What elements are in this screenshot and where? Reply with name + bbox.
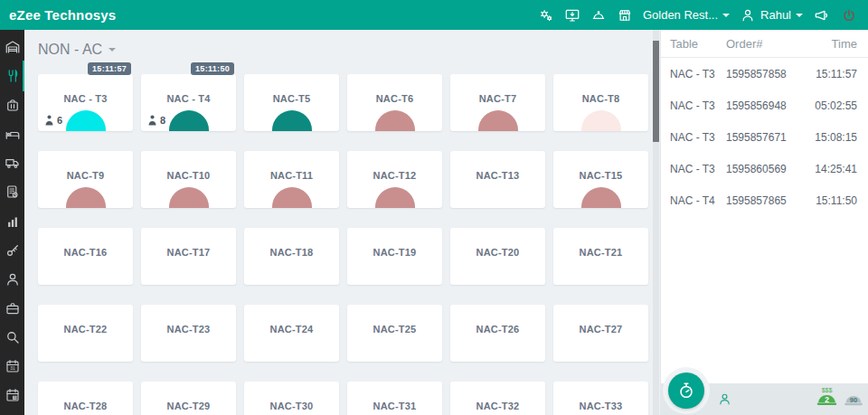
- user-menu[interactable]: Rahul: [740, 7, 803, 24]
- table-card[interactable]: NAC-T26: [450, 305, 545, 362]
- order-row-time: 14:25:41: [801, 163, 857, 175]
- orders-col-table: Table: [670, 37, 726, 51]
- table-card[interactable]: NAC-T32: [450, 382, 545, 415]
- storefront-icon[interactable]: [617, 7, 633, 24]
- table-card[interactable]: NAC-T13: [450, 151, 545, 208]
- dine-in-cutlery-icon: [5, 68, 21, 84]
- table-card[interactable]: NAC-T6: [347, 74, 442, 131]
- table-card-guests: 8: [147, 115, 165, 126]
- table-card[interactable]: 15:11:50 NAC - T4 8: [141, 74, 236, 131]
- table-card-title: NAC-T11: [244, 151, 339, 181]
- order-row-number: 1595857671: [726, 131, 801, 144]
- table-card[interactable]: NAC-T5: [244, 74, 339, 131]
- order-report-icon: [5, 184, 21, 200]
- sidebar-item-takeaway[interactable]: [0, 96, 24, 114]
- sidebar-item-calendar-alt[interactable]: 31: [0, 386, 24, 404]
- table-card-title: NAC-T26: [450, 305, 545, 335]
- table-card[interactable]: 15:11:57 NAC - T3 6: [38, 74, 133, 131]
- table-card[interactable]: NAC-T17: [141, 228, 236, 285]
- table-card-title: NAC-T12: [347, 151, 442, 181]
- order-row[interactable]: NAC - T3 1595857671 15:08:15: [661, 121, 868, 153]
- outlet-selector[interactable]: Golden Rest...: [643, 8, 730, 22]
- sidebar-item-expenses[interactable]: [0, 299, 24, 317]
- table-card[interactable]: NAC-T7: [450, 74, 545, 131]
- sidebar-item-home[interactable]: [0, 38, 24, 56]
- sidebar-item-customers[interactable]: [0, 270, 24, 288]
- pending-kot-count: 90: [850, 396, 857, 404]
- table-card[interactable]: NAC-T29: [141, 382, 236, 415]
- sidebar-item-room-service[interactable]: [0, 125, 24, 143]
- table-card[interactable]: NAC-T18: [244, 228, 339, 285]
- order-row[interactable]: NAC - T3 1595860569 14:25:41: [661, 153, 868, 184]
- power-icon[interactable]: [841, 7, 857, 24]
- table-card-title: NAC-T32: [450, 382, 545, 411]
- table-card-title: NAC-T22: [38, 305, 133, 335]
- table-card[interactable]: NAC-T27: [553, 305, 648, 362]
- table-status-circle: [581, 187, 621, 208]
- order-row[interactable]: NAC - T3 1595856948 05:02:55: [661, 90, 868, 121]
- table-area: NON - AC 15:11:57 NAC - T3 6 15:11:50 NA…: [24, 30, 653, 415]
- user-icon: [740, 7, 756, 24]
- order-row[interactable]: NAC - T3 1595857858 15:11:57: [661, 58, 868, 90]
- table-card[interactable]: NAC-T16: [38, 228, 133, 285]
- table-card[interactable]: NAC-T10: [141, 151, 236, 208]
- customer-icon: [5, 271, 21, 288]
- orders-col-time: Time: [801, 37, 857, 51]
- bar-chart-icon: [5, 213, 21, 230]
- table-card[interactable]: NAC-T33: [553, 382, 648, 415]
- table-card-guests: 6: [44, 115, 62, 126]
- sidebar-item-dine-in[interactable]: [0, 67, 24, 85]
- order-row-time: 15:11:57: [801, 68, 857, 80]
- pending-kot-indicator[interactable]: 90: [843, 394, 864, 412]
- table-card-title: NAC-T30: [244, 382, 339, 411]
- cloche-icon[interactable]: [590, 7, 607, 24]
- gears-icon[interactable]: [538, 7, 554, 24]
- table-card[interactable]: NAC-T31: [347, 382, 442, 415]
- panel-footer-bar: $$$ 2 90: [661, 383, 868, 415]
- running-orders-panel: Table Order# Time NAC - T3 1595857858 15…: [660, 30, 868, 415]
- table-card[interactable]: NAC-T22: [38, 305, 133, 362]
- sidebar-item-order-report[interactable]: [0, 183, 24, 201]
- settled-kot-indicator[interactable]: $$$ 2: [815, 385, 839, 412]
- table-card[interactable]: NAC-T25: [347, 305, 442, 362]
- table-card-title: NAC-T9: [38, 151, 133, 181]
- sidebar-item-delivery[interactable]: [0, 154, 24, 172]
- table-card[interactable]: NAC-T9: [38, 151, 133, 208]
- table-timer-button[interactable]: [668, 373, 704, 409]
- key-icon: [5, 242, 21, 259]
- section-selector[interactable]: NON - AC: [38, 39, 653, 61]
- table-card[interactable]: NAC-T21: [553, 228, 648, 285]
- delivery-truck-icon: [5, 155, 21, 171]
- sidebar-item-search[interactable]: [0, 328, 24, 346]
- table-card-title: NAC-T24: [244, 305, 339, 335]
- table-status-circle: [581, 110, 621, 131]
- header-actions: Golden Rest... Rahul: [538, 6, 868, 24]
- order-row-table: NAC - T3: [670, 68, 726, 80]
- table-card[interactable]: NAC-T8: [553, 74, 648, 131]
- sidebar-item-access[interactable]: [0, 241, 24, 259]
- table-card[interactable]: NAC-T19: [347, 228, 442, 285]
- order-row-number: 1595857865: [726, 194, 801, 207]
- table-card[interactable]: NAC-T23: [141, 305, 236, 362]
- customer-display-icon[interactable]: [564, 7, 580, 24]
- table-status-circle: [375, 110, 415, 131]
- megaphone-icon[interactable]: [813, 6, 831, 24]
- table-status-circle: [169, 110, 209, 131]
- guest-list-icon[interactable]: [717, 391, 732, 407]
- sidebar-item-reports[interactable]: [0, 212, 24, 230]
- sidebar-item-calendar[interactable]: 31: [0, 357, 24, 375]
- guest-count: 8: [160, 115, 165, 126]
- table-card[interactable]: NAC-T15: [553, 151, 648, 208]
- table-card[interactable]: NAC-T11: [244, 151, 339, 208]
- table-card[interactable]: NAC-T30: [244, 382, 339, 415]
- table-card[interactable]: NAC-T24: [244, 305, 339, 362]
- table-card[interactable]: NAC-T12: [347, 151, 442, 208]
- main-scrollbar[interactable]: [653, 30, 659, 415]
- order-row[interactable]: NAC - T4 1595857865 15:11:50: [661, 184, 868, 216]
- main-scrollbar-thumb[interactable]: [653, 41, 659, 142]
- calendar-icon: 31: [5, 358, 21, 374]
- table-card[interactable]: NAC-T28: [38, 382, 133, 415]
- table-status-circle: [66, 187, 106, 208]
- table-card-title: NAC-T5: [244, 74, 339, 104]
- table-card[interactable]: NAC-T20: [450, 228, 545, 285]
